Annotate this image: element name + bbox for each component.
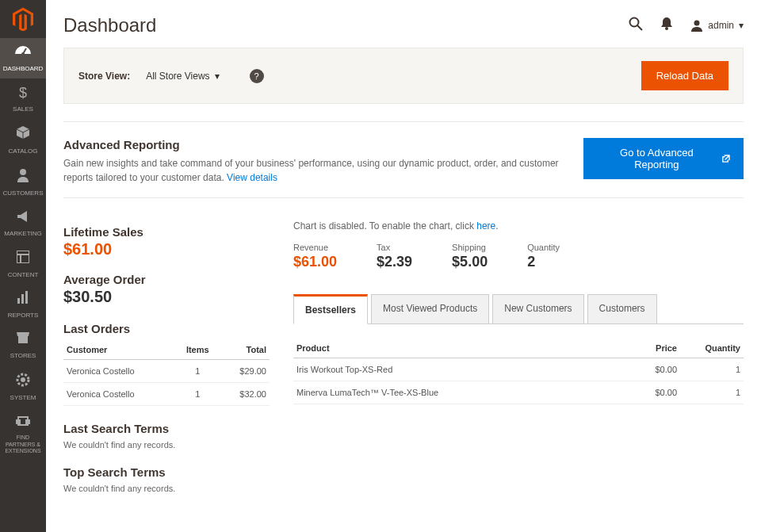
sidebar-item-label: SALES	[13, 105, 33, 113]
dollar-icon: $	[19, 85, 27, 102]
sidebar-item-label: CUSTOMERS	[3, 189, 44, 197]
stat-tax: Tax $2.39	[377, 243, 412, 270]
help-icon[interactable]: ?	[250, 69, 264, 83]
svg-rect-14	[25, 419, 30, 424]
chevron-down-icon: ▾	[739, 20, 744, 31]
sidebar-item-system[interactable]: SYSTEM	[0, 366, 46, 408]
reload-data-button[interactable]: Reload Data	[641, 61, 728, 90]
svg-point-18	[694, 21, 700, 26]
sidebar-item-label: CATALOG	[8, 147, 37, 155]
svg-rect-7	[21, 294, 24, 304]
sidebar-item-marketing[interactable]: MARKETING	[0, 204, 46, 244]
table-row[interactable]: Minerva LumaTech™ V-Tee-XS-Blue $0.00 1	[293, 381, 744, 404]
table-row[interactable]: Iris Workout Top-XS-Red $0.00 1	[293, 358, 744, 381]
sidebar-item-catalog[interactable]: CATALOG	[0, 119, 46, 161]
last-orders-title: Last Orders	[63, 322, 270, 335]
gear-icon	[16, 373, 30, 392]
tab-most-viewed[interactable]: Most Viewed Products	[371, 294, 489, 324]
sidebar-item-sales[interactable]: $ SALES	[0, 78, 46, 119]
search-icon[interactable]	[629, 17, 643, 34]
svg-point-17	[665, 27, 668, 30]
gauge-icon	[15, 44, 31, 62]
stat-shipping: Shipping $5.00	[452, 243, 488, 270]
view-details-link[interactable]: View details	[227, 172, 277, 183]
svg-rect-9	[18, 336, 28, 343]
sidebar-item-partners[interactable]: FIND PARTNERS & EXTENSIONS	[0, 408, 46, 461]
advanced-reporting-title: Advanced Reporting	[63, 138, 568, 151]
store-view-dropdown[interactable]: All Store Views ▾	[146, 71, 219, 82]
sidebar-item-label: CONTENT	[8, 271, 39, 279]
sidebar-item-customers[interactable]: CUSTOMERS	[0, 162, 46, 204]
top-search-empty: We couldn't find any records.	[63, 484, 270, 493]
stat-revenue: Revenue $61.00	[293, 243, 337, 270]
sidebar-item-label: STORES	[10, 352, 36, 360]
magento-logo[interactable]	[0, 0, 46, 38]
external-link-icon	[721, 155, 730, 163]
svg-line-16	[637, 25, 642, 30]
chevron-down-icon: ▾	[215, 71, 220, 82]
bestsellers-table: Product Price Quantity Iris Workout Top-…	[293, 339, 744, 404]
admin-account-dropdown[interactable]: admin ▾	[690, 19, 744, 32]
user-icon	[690, 19, 703, 32]
col-customer: Customer	[63, 340, 175, 360]
svg-rect-8	[25, 291, 28, 304]
average-order-value: $30.50	[63, 288, 270, 306]
store-view-label: Store View:	[78, 71, 130, 82]
chart-disabled-message: Chart is disabled. To enable the chart, …	[293, 220, 744, 232]
col-price: Price	[617, 339, 680, 358]
page-header: Dashboard admin ▾	[63, 0, 744, 48]
svg-rect-6	[17, 298, 20, 304]
sidebar-item-label: FIND PARTNERS & EXTENSIONS	[2, 434, 44, 454]
person-icon	[17, 168, 29, 187]
table-row[interactable]: Veronica Costello 1 $29.00	[63, 360, 270, 383]
page-title: Dashboard	[63, 14, 156, 36]
col-product: Product	[293, 339, 617, 358]
svg-rect-13	[16, 419, 21, 424]
svg-point-15	[630, 18, 639, 27]
tab-customers[interactable]: Customers	[587, 294, 657, 324]
sidebar-item-label: DASHBOARD	[3, 65, 44, 73]
sidebar-item-dashboard[interactable]: DASHBOARD	[0, 38, 46, 78]
average-order-title: Average Order	[63, 273, 270, 286]
tab-bestsellers[interactable]: Bestsellers	[293, 294, 368, 324]
partners-icon	[16, 415, 30, 432]
svg-point-2	[20, 169, 26, 175]
advanced-reporting-desc: Gain new insights and take command of yo…	[63, 156, 568, 185]
table-row[interactable]: Veronica Costello 1 $32.00	[63, 383, 270, 406]
last-search-title: Last Search Terms	[63, 422, 270, 435]
tab-new-customers[interactable]: New Customers	[492, 294, 583, 324]
notifications-icon[interactable]	[660, 17, 673, 34]
stat-quantity: Quantity 2	[527, 243, 560, 270]
last-orders-table: Customer Items Total Veronica Costello 1…	[63, 340, 270, 406]
box-icon	[16, 125, 30, 144]
admin-username: admin	[708, 20, 734, 31]
store-view-value: All Store Views	[146, 71, 209, 82]
sidebar-item-label: REPORTS	[8, 312, 39, 320]
svg-rect-3	[17, 251, 29, 263]
col-quantity: Quantity	[680, 339, 744, 358]
dashboard-tabs: Bestsellers Most Viewed Products New Cus…	[293, 294, 744, 324]
enable-chart-link[interactable]: here	[476, 220, 495, 232]
sidebar-item-label: SYSTEM	[10, 394, 36, 402]
top-search-title: Top Search Terms	[63, 465, 270, 479]
last-search-empty: We couldn't find any records.	[63, 440, 270, 450]
store-icon	[16, 331, 30, 349]
admin-sidebar: DASHBOARD $ SALES CATALOG CUSTOMERS MARK…	[0, 0, 46, 532]
col-items: Items	[175, 340, 220, 360]
sidebar-item-stores[interactable]: STORES	[0, 325, 46, 366]
col-total: Total	[220, 340, 270, 360]
sidebar-item-reports[interactable]: REPORTS	[0, 285, 46, 325]
bar-chart-icon	[17, 291, 29, 308]
megaphone-icon	[16, 210, 30, 228]
stats-row: Revenue $61.00 Tax $2.39 Shipping $5.00 …	[293, 243, 744, 270]
lifetime-sales-value: $61.00	[63, 240, 270, 258]
svg-point-11	[21, 377, 25, 382]
store-view-bar: Store View: All Store Views ▾ ? Reload D…	[63, 48, 744, 104]
lifetime-sales-title: Lifetime Sales	[63, 225, 270, 239]
layout-icon	[17, 251, 29, 268]
sidebar-item-label: MARKETING	[4, 230, 42, 238]
go-to-advanced-reporting-button[interactable]: Go to Advanced Reporting	[583, 138, 744, 179]
sidebar-item-content[interactable]: CONTENT	[0, 244, 46, 285]
